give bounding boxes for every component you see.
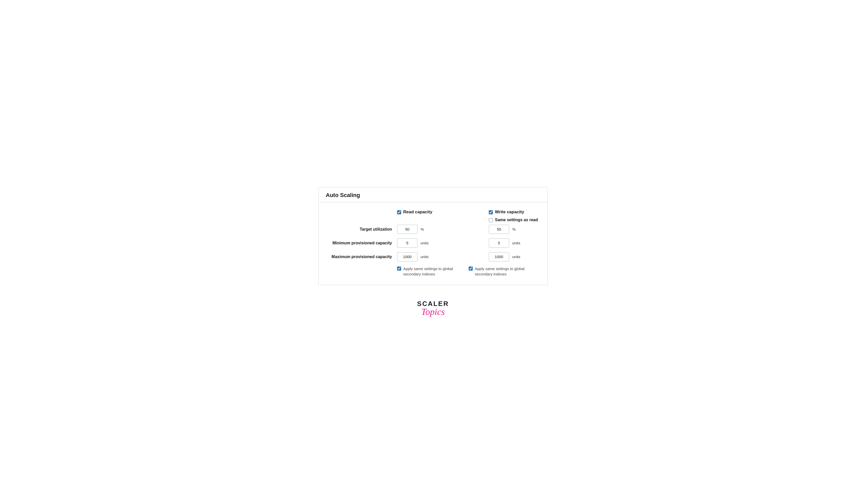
- write-capacity-label[interactable]: Write capacity: [489, 209, 538, 215]
- write-capacity-checkbox[interactable]: [489, 210, 493, 214]
- min-capacity-read-input[interactable]: [397, 239, 418, 248]
- max-capacity-read-unit: units: [421, 254, 429, 259]
- apply-gsi-read-label[interactable]: Apply same settings to global secondary …: [397, 266, 469, 277]
- apply-gsi-read-col: Apply same settings to global secondary …: [397, 266, 469, 277]
- same-settings-label[interactable]: Same settings as read: [489, 218, 538, 222]
- max-capacity-write-unit: units: [512, 254, 520, 259]
- capacity-header-row: Read capacity Write capacity Same settin…: [397, 209, 540, 222]
- apply-gsi-write-text: Apply same settings to global secondary …: [475, 266, 540, 277]
- read-capacity-checkbox[interactable]: [397, 210, 401, 214]
- apply-gsi-write-checkbox[interactable]: [469, 266, 473, 271]
- read-capacity-header: Read capacity: [397, 209, 489, 222]
- max-capacity-write-col: units: [489, 252, 520, 261]
- logo-topics-text: Topics: [421, 307, 445, 317]
- min-capacity-write-unit: units: [512, 241, 520, 245]
- apply-gsi-read-checkbox[interactable]: [397, 266, 401, 271]
- target-utilization-write-col: %: [489, 225, 515, 234]
- min-capacity-row: Minimum provisioned capacity units units: [326, 239, 540, 248]
- apply-gsi-row: Apply same settings to global secondary …: [397, 266, 540, 277]
- target-utilization-write-input[interactable]: [489, 225, 509, 234]
- read-capacity-label[interactable]: Read capacity: [397, 209, 489, 215]
- target-utilization-write-unit: %: [512, 227, 515, 231]
- min-capacity-read-unit: units: [421, 241, 429, 245]
- max-capacity-label: Maximum provisioned capacity: [326, 254, 397, 259]
- max-capacity-row: Maximum provisioned capacity units units: [326, 252, 540, 261]
- auto-scaling-panel: Auto Scaling Read capacity Write capacit…: [318, 187, 548, 285]
- logo-section: SCALER Topics: [318, 300, 548, 317]
- write-capacity-header: Write capacity Same settings as read: [489, 209, 538, 222]
- apply-gsi-read-text: Apply same settings to global secondary …: [403, 266, 469, 277]
- panel-body: Read capacity Write capacity Same settin…: [319, 202, 547, 285]
- target-utilization-read-unit: %: [421, 227, 424, 231]
- min-capacity-label: Minimum provisioned capacity: [326, 241, 397, 245]
- target-utilization-read-col: %: [397, 225, 489, 234]
- apply-gsi-write-label[interactable]: Apply same settings to global secondary …: [469, 266, 540, 277]
- apply-gsi-write-col: Apply same settings to global secondary …: [469, 266, 540, 277]
- target-utilization-read-input[interactable]: [397, 225, 418, 234]
- panel-header: Auto Scaling: [319, 187, 547, 202]
- min-capacity-write-input[interactable]: [489, 239, 509, 248]
- max-capacity-write-input[interactable]: [489, 252, 509, 261]
- same-settings-checkbox[interactable]: [489, 218, 493, 222]
- target-utilization-label: Target utilization: [326, 227, 397, 232]
- min-capacity-write-col: units: [489, 239, 520, 248]
- logo-scaler-text: SCALER: [417, 300, 449, 307]
- main-container: Auto Scaling Read capacity Write capacit…: [318, 187, 548, 317]
- target-utilization-row: Target utilization % %: [326, 225, 540, 234]
- panel-title: Auto Scaling: [326, 192, 360, 198]
- max-capacity-read-input[interactable]: [397, 252, 418, 261]
- max-capacity-read-col: units: [397, 252, 489, 261]
- min-capacity-read-col: units: [397, 239, 489, 248]
